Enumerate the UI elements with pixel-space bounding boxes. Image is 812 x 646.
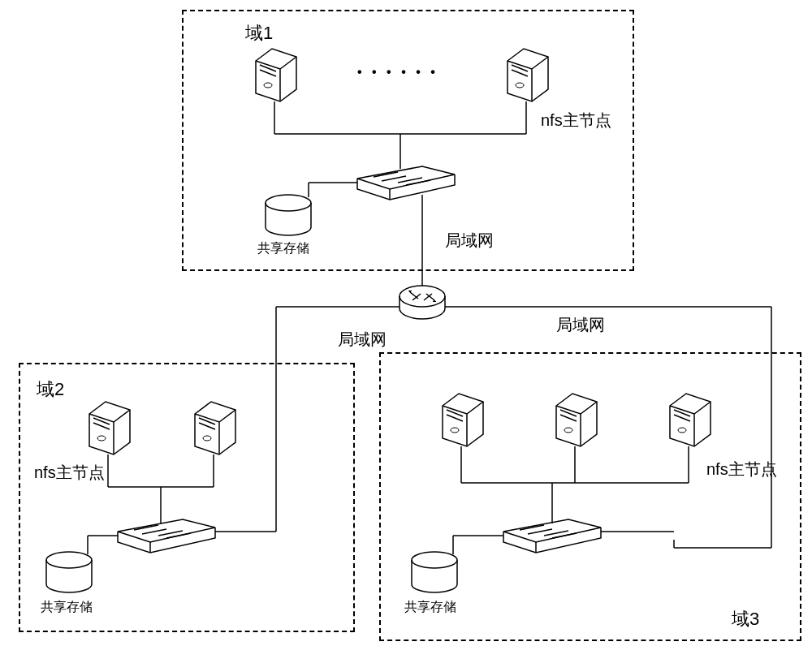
switch-icon [118,519,215,553]
svg-point-59 [412,552,457,568]
shared-storage-label-d1: 共享存储 [257,240,309,257]
svg-point-37 [46,552,92,568]
svg-point-28 [97,436,106,441]
server-icon [670,394,710,446]
server-icon [256,49,296,101]
svg-point-19 [400,286,445,307]
server-icon [89,402,130,454]
storage-icon [46,552,92,592]
nfs-master-label-d3: nfs主节点 [706,459,777,480]
nfs-master-label-d1: nfs主节点 [541,110,611,131]
switch-icon [503,519,601,553]
server-icon [508,49,548,101]
storage-icon [266,195,311,235]
lan-label-right: 局域网 [556,314,605,336]
switch-icon [357,166,455,200]
server-icon [443,394,483,446]
server-icon [556,394,597,446]
server-icon [195,402,235,454]
svg-point-11 [266,195,311,211]
shared-storage-label-d3: 共享存储 [404,599,456,616]
svg-point-31 [203,436,211,441]
lan-label-left: 局域网 [338,329,387,351]
ellipsis-dots: • • • • • • [357,65,438,80]
lan-label-d1: 局域网 [445,230,494,252]
svg-point-50 [564,428,572,433]
svg-point-47 [451,428,459,433]
diagram-svg [0,0,812,646]
storage-icon [412,552,457,592]
svg-point-53 [678,428,686,433]
shared-storage-label-d2: 共享存储 [41,599,93,616]
svg-point-2 [264,83,272,88]
router-icon [400,286,445,319]
svg-point-5 [516,83,524,88]
nfs-master-label-d2: nfs主节点 [34,462,105,484]
